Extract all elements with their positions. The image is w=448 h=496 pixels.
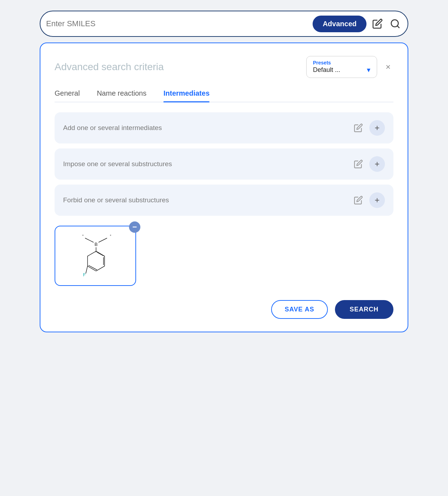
tabs: General Name reactions Intermediates <box>55 89 393 102</box>
pencil-icon <box>354 196 363 205</box>
search-button[interactable]: SEARCH <box>335 300 393 319</box>
svg-text:*: * <box>110 234 111 238</box>
pencil-icon <box>372 18 383 29</box>
presets-value-row: Default ... ▾ <box>313 66 370 74</box>
pencil-icon <box>354 159 363 169</box>
svg-line-5 <box>85 238 94 242</box>
svg-line-1 <box>397 26 399 28</box>
criteria-row-impose-substructures: Impose one or several substructures + <box>55 148 393 180</box>
criteria-list: Add one or several intermediates + Impos… <box>55 112 393 216</box>
edit-icon-button[interactable] <box>371 17 384 30</box>
molecule-structure: B * * F <box>62 231 129 281</box>
svg-line-6 <box>99 238 107 242</box>
tab-general[interactable]: General <box>55 89 80 102</box>
panel-close-button[interactable]: × <box>383 61 393 73</box>
advanced-button[interactable]: Advanced <box>313 16 366 32</box>
add-impose-button[interactable]: + <box>369 156 385 172</box>
svg-text:*: * <box>82 234 84 238</box>
pencil-icon <box>354 123 363 133</box>
criteria-actions-1: + <box>352 156 385 172</box>
tab-intermediates[interactable]: Intermediates <box>163 89 209 102</box>
edit-forbid-button[interactable] <box>352 194 364 206</box>
main-panel: Advanced search criteria Presets Default… <box>40 43 408 332</box>
presets-dropdown[interactable]: Presets Default ... ▾ <box>306 56 377 78</box>
edit-impose-button[interactable] <box>352 158 364 170</box>
criteria-actions-0: + <box>352 120 385 136</box>
panel-header: Advanced search criteria Presets Default… <box>55 56 393 78</box>
criteria-row-add-intermediates: Add one or several intermediates + <box>55 112 393 143</box>
criteria-row-forbid-substructures: Forbid one or several substructures + <box>55 185 393 216</box>
save-as-button[interactable]: SAVE AS <box>271 300 327 319</box>
search-icon <box>390 18 401 29</box>
criteria-text-impose-substructures: Impose one or several substructures <box>63 160 172 168</box>
smiles-input[interactable] <box>46 19 308 28</box>
add-forbid-button[interactable]: + <box>369 192 385 208</box>
chevron-down-icon: ▾ <box>367 66 370 74</box>
svg-text:B: B <box>95 242 98 247</box>
criteria-text-forbid-substructures: Forbid one or several substructures <box>63 196 169 204</box>
criteria-text-add-intermediates: Add one or several intermediates <box>63 124 162 132</box>
presets-value: Default ... <box>313 66 340 74</box>
molecule-card: − B * * F <box>55 226 136 286</box>
add-intermediate-button[interactable]: + <box>369 120 385 136</box>
svg-line-9 <box>97 252 103 256</box>
search-icon-button[interactable] <box>388 17 402 30</box>
presets-area: Presets Default ... ▾ × <box>306 56 393 78</box>
remove-molecule-button[interactable]: − <box>129 221 140 233</box>
criteria-actions-2: + <box>352 192 385 208</box>
panel-title: Advanced search criteria <box>55 61 164 73</box>
edit-intermediate-button[interactable] <box>352 122 364 134</box>
svg-marker-8 <box>88 251 105 271</box>
tab-name-reactions[interactable]: Name reactions <box>97 89 146 102</box>
presets-label: Presets <box>313 60 370 66</box>
panel-footer: SAVE AS SEARCH <box>55 300 393 319</box>
app-container: Advanced Advanced search criteria Preset… <box>40 11 408 332</box>
search-bar: Advanced <box>40 11 408 37</box>
svg-line-13 <box>86 266 88 274</box>
svg-text:F: F <box>83 272 85 277</box>
